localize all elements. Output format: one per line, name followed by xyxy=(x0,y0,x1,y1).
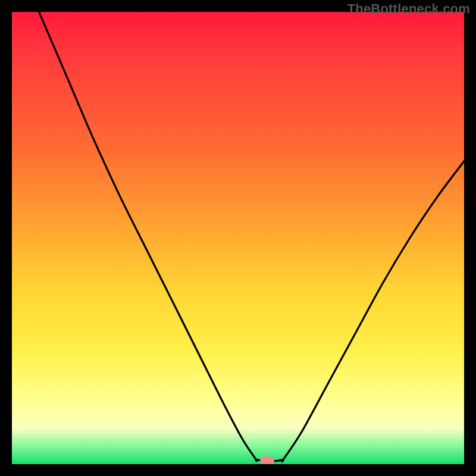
bottleneck-curve xyxy=(12,12,464,464)
optimal-point-marker xyxy=(260,456,274,464)
curve-path xyxy=(39,12,464,462)
site-watermark: TheBottleneck.com xyxy=(347,1,470,17)
plot-area xyxy=(12,12,464,464)
chart-frame: TheBottleneck.com xyxy=(0,0,476,476)
